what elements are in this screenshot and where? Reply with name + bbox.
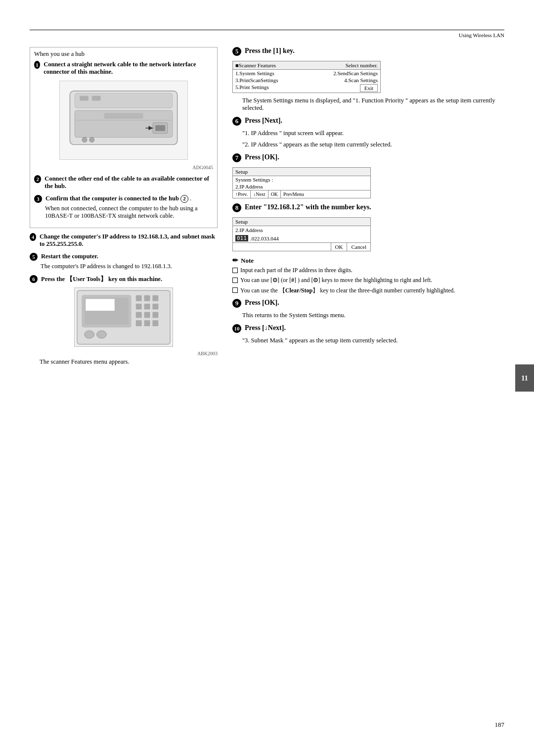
- addr-cancel-btn: Cancel: [347, 243, 370, 251]
- step-8-heading: 8 Enter "192.168.1.2" with the number ke…: [232, 203, 504, 214]
- svg-point-11: [89, 138, 94, 142]
- step-4-text: Change the computer's IP address to 192.…: [40, 233, 218, 248]
- step-2-block: 2 Connect the other end of the cable to …: [34, 175, 213, 190]
- screen-header-left: ■Scanner Features: [235, 62, 276, 68]
- svg-rect-20: [144, 304, 150, 310]
- svg-rect-8: [155, 125, 165, 131]
- svg-rect-3: [92, 96, 101, 101]
- step-4-block: 4 Change the computer's IP address to 19…: [30, 233, 218, 248]
- svg-rect-26: [144, 320, 150, 326]
- screen-row-3: 5.Print Settings Exit: [233, 84, 380, 93]
- step-6-right-heading: 6 Press [Next].: [232, 117, 504, 128]
- address-box-8: Setup 2.IP Address 011 .022.033.044 OK C…: [232, 217, 371, 251]
- step-6-left-block: 6 Press the 【User Tools】 key on this mac…: [30, 275, 218, 366]
- note-item-2: You can use [⊙] (or [#] ) and [⊙] keys t…: [232, 277, 504, 284]
- svg-rect-19: [136, 304, 142, 310]
- addr-value: .022.033.044: [250, 236, 279, 241]
- step-7-circle: 7: [232, 153, 241, 162]
- screen-row-3-right: Exit: [360, 84, 378, 92]
- note-item-3: You can use the 【Clear/Stop】 key to clea…: [232, 286, 504, 295]
- step-1-text: Connect a straight network cable to the …: [44, 61, 213, 76]
- svg-point-10: [82, 138, 87, 142]
- note-item-1: Input each part of the IP address in thr…: [232, 267, 504, 274]
- screen-row-2-right: 4.Scan Settings: [344, 77, 378, 83]
- step-4-circle: 4: [30, 233, 36, 241]
- step-2-circle: 2: [34, 175, 41, 183]
- step-3-text: Confirm that the computer is connected t…: [45, 195, 191, 203]
- setup-nav-prev: ↑Prev.: [233, 190, 251, 198]
- step-5-left-circle: 5: [30, 253, 38, 261]
- chapter-tab: 11: [515, 365, 534, 392]
- step-3-heading: 3 Confirm that the computer is connected…: [34, 195, 213, 203]
- page: Using Wireless LAN When you use a hub 1 …: [0, 0, 534, 756]
- step-3-block: 3 Confirm that the computer is connected…: [34, 195, 213, 220]
- step-5-left-block: 5 Restart the computer. The computer's I…: [30, 253, 218, 270]
- step-7-text: Press [OK].: [245, 153, 279, 161]
- step-6-left-text: Press the 【User Tools】 key on this machi…: [41, 275, 162, 284]
- page-number: 187: [495, 721, 505, 729]
- addr-footer: OK Cancel: [233, 242, 370, 251]
- step-5-left-heading: 5 Restart the computer.: [30, 253, 218, 261]
- step-6-right-circle: 6: [232, 117, 241, 126]
- screen-row-1-left: 1.System Settings: [235, 70, 274, 76]
- svg-rect-18: [152, 295, 158, 301]
- svg-rect-17: [144, 295, 150, 301]
- step-5-left-sub: The computer's IP address is changed to …: [41, 263, 218, 270]
- step-1-heading: 1 Connect a straight network cable to th…: [34, 61, 213, 76]
- setup-row-2: 2.IP Address: [233, 183, 370, 190]
- step-6-left-heading: 6 Press the 【User Tools】 key on this mac…: [30, 275, 218, 284]
- addr-row-2: 011 .022.033.044: [233, 234, 370, 242]
- screen-row-1-right: 2.SendScan Settings: [333, 70, 378, 76]
- step-6-desc1: "1. IP Address " input screen will appea…: [242, 130, 504, 137]
- header-line: [30, 30, 504, 30]
- step-9-desc: This returns to the System Settings menu…: [242, 312, 504, 319]
- step-1-block: 1 Connect a straight network cable to th…: [34, 61, 213, 170]
- step-9-heading: 9 Press [OK].: [232, 299, 504, 310]
- step-8-text: Enter "192.168.1.2" with the number keys…: [245, 203, 371, 211]
- step-5-right-text: Press the [1] key.: [245, 47, 295, 55]
- screen-row-1: 1.System Settings 2.SendScan Settings: [233, 70, 380, 77]
- screen-row-3-left: 5.Print Settings: [235, 84, 269, 92]
- step-10-text: Press [↓Next].: [245, 324, 286, 332]
- note-checkbox-2: [232, 278, 238, 283]
- step-10-heading: 10 Press [↓Next].: [232, 324, 504, 335]
- svg-rect-23: [144, 312, 150, 318]
- hub-box-title: When you use a hub: [34, 50, 213, 58]
- screen-row-2-left: 3.PrintScanSettings: [235, 77, 278, 83]
- screen-header-right: Select number.: [346, 62, 378, 68]
- step-7-heading: 7 Press [OK].: [232, 153, 504, 164]
- setup-header-label: Setup: [235, 169, 248, 175]
- addr-ok-btn: OK: [331, 243, 347, 251]
- right-column: 5 Press the [1] key. ■Scanner Features S…: [232, 47, 504, 371]
- screen-header-5: ■Scanner Features Select number.: [233, 61, 380, 70]
- step-10-desc: "3. Subnet Mask " appears as the setup i…: [242, 337, 504, 344]
- step-2-text: Connect the other end of the cable to an…: [44, 175, 213, 190]
- addr-cursor: 011: [235, 235, 248, 241]
- setup-nav-ok: OK: [268, 190, 281, 198]
- note-box: ✏ Note Input each part of the IP address…: [232, 256, 504, 295]
- left-column: When you use a hub 1 Connect a straight …: [30, 47, 218, 371]
- img-caption-1: ADG0045: [34, 165, 213, 170]
- step-10-block: 10 Press [↓Next]. "3. Subnet Mask " appe…: [232, 324, 504, 344]
- step-5-desc: The System Settings menu is displayed, a…: [242, 97, 504, 112]
- step-6-right-text: Press [Next].: [245, 117, 282, 125]
- scanner-panel-image: [74, 287, 173, 347]
- machine-image-1: [59, 81, 188, 160]
- setup-nav-prevmenu: PrevMenu: [281, 190, 307, 198]
- step-9-circle: 9: [232, 299, 241, 308]
- screen-box-5: ■Scanner Features Select number. 1.Syste…: [232, 61, 381, 93]
- svg-rect-6: [104, 113, 143, 119]
- step-7-block: 7 Press [OK]. Setup System Settings : 2.…: [232, 153, 504, 198]
- step-3-ref-circle: 2: [180, 195, 188, 203]
- svg-point-29: [97, 331, 107, 338]
- header-bar: Using Wireless LAN: [0, 32, 534, 38]
- img-caption-2: ABK2003: [30, 351, 218, 356]
- step-8-circle: 8: [232, 203, 241, 212]
- setup-nav-next: ↓Next: [251, 190, 268, 198]
- addr-row-1: 2.IP Address: [233, 226, 370, 234]
- svg-point-28: [85, 331, 94, 338]
- svg-rect-2: [80, 96, 89, 101]
- note-checkbox-3: [232, 287, 238, 293]
- addr-header: Setup: [233, 218, 370, 226]
- step-1-circle: 1: [34, 61, 40, 69]
